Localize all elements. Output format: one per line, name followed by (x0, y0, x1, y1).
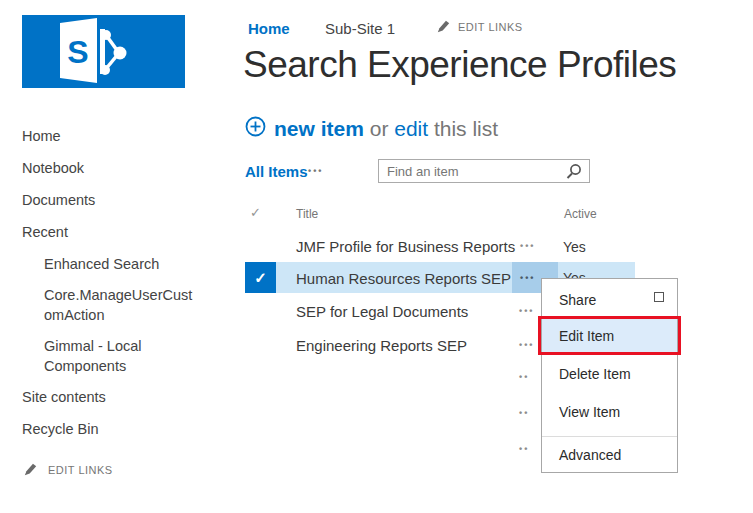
search-icon[interactable] (565, 163, 582, 184)
row-ellipsis-button[interactable]: ••• (519, 306, 534, 316)
sidebar-item-notebook[interactable]: Notebook (22, 158, 212, 178)
column-header-active[interactable]: Active (564, 207, 597, 221)
pencil-icon (437, 20, 450, 33)
nav-home-link[interactable]: Home (248, 20, 290, 37)
list-actions-text: new item or edit this list (274, 117, 498, 141)
row-title-link[interactable]: SEP for Legal Documents (296, 303, 468, 320)
search-box (378, 159, 590, 183)
sidebar-item-recycle-bin[interactable]: Recycle Bin (22, 419, 212, 439)
row-title-link[interactable]: JMF Profile for Business Reports (296, 238, 515, 255)
sidebar-item-home[interactable]: Home (22, 126, 212, 146)
search-input[interactable] (379, 160, 561, 182)
quick-launch-sidebar: Home Notebook Documents Recent Enhanced … (22, 126, 212, 451)
column-header-title[interactable]: Title (296, 207, 318, 221)
page-title: Search Experience Profiles (243, 44, 676, 86)
sidebar-item-gimmal-local-components[interactable]: Gimmal - Local Components (44, 336, 196, 376)
edit-list-link[interactable]: edit (394, 117, 428, 140)
row-title-link[interactable]: Engineering Reports SEP (296, 337, 467, 354)
menu-item-edit-item[interactable]: Edit Item (542, 318, 677, 354)
sharepoint-page: S Home Sub-Site 1 EDIT LINKS Search Expe… (0, 0, 753, 513)
partial-ellipsis: •• (519, 444, 529, 454)
top-edit-links-button[interactable]: EDIT LINKS (437, 20, 523, 33)
sidebar-item-documents[interactable]: Documents (22, 190, 212, 210)
partial-ellipsis: •• (519, 408, 529, 418)
advanced-submenu-icon (654, 292, 664, 302)
sidebar-item-enhanced-search[interactable]: Enhanced Search (44, 254, 196, 274)
sidebar-edit-links-button[interactable]: EDIT LINKS (24, 463, 113, 476)
top-edit-links-label: EDIT LINKS (458, 21, 523, 33)
row-ellipsis-button[interactable]: ••• (520, 273, 535, 283)
menu-item-advanced[interactable]: Advanced (542, 437, 677, 473)
sharepoint-logo[interactable]: S (22, 15, 185, 88)
row-ellipsis-button[interactable]: ••• (519, 340, 534, 350)
row-ellipsis-button[interactable]: ••• (520, 241, 535, 251)
sharepoint-logo-icon: S (22, 15, 185, 88)
select-all-checkmark[interactable]: ✓ (250, 205, 261, 220)
row-active-value: Yes (563, 239, 586, 255)
svg-text:S: S (67, 34, 88, 70)
partial-ellipsis: •• (519, 372, 529, 382)
view-all-items-link[interactable]: All Items (245, 163, 308, 180)
row-title-link[interactable]: Human Resources Reports SEP (296, 270, 511, 287)
menu-item-view-item[interactable]: View Item (542, 393, 677, 431)
menu-item-delete-item[interactable]: Delete Item (542, 355, 677, 393)
list-actions: new item or edit this list (245, 116, 498, 141)
view-ellipsis-button[interactable]: ••• (308, 166, 323, 176)
sidebar-item-recent[interactable]: Recent (22, 222, 212, 242)
sidebar-item-site-contents[interactable]: Site contents (22, 387, 212, 407)
plus-circle-icon[interactable] (245, 116, 266, 141)
row-selected-checkmark[interactable]: ✓ (245, 262, 276, 293)
pencil-icon (24, 463, 37, 476)
new-item-link[interactable]: new item (274, 117, 364, 140)
this-list-text: this list (434, 117, 498, 140)
nav-subsite-link[interactable]: Sub-Site 1 (325, 20, 395, 37)
or-text: or (370, 117, 389, 140)
sidebar-edit-links-label: EDIT LINKS (48, 464, 113, 476)
sidebar-item-core-manageusercustomaction[interactable]: Core.ManageUserCustomAction (44, 285, 196, 325)
item-context-menu: Share Edit Item Delete Item View Item Ad… (541, 278, 678, 473)
